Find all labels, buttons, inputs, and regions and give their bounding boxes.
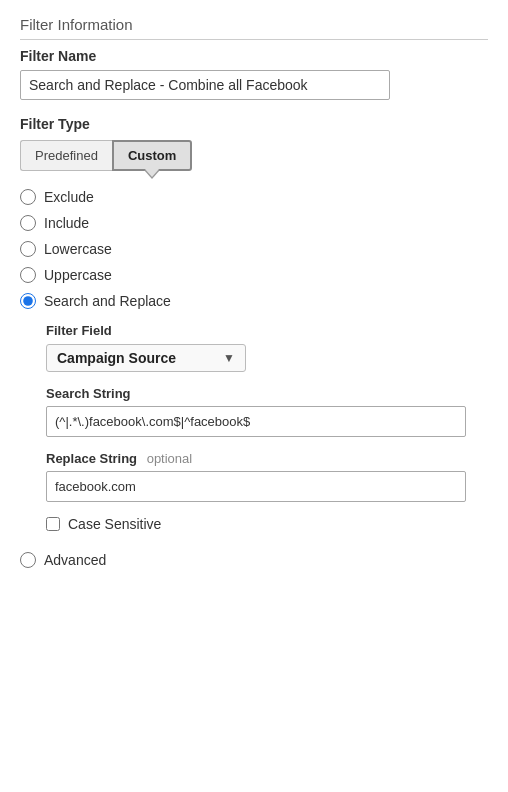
radio-advanced[interactable] <box>20 552 36 568</box>
section-title: Filter Information <box>20 16 488 40</box>
dropdown-arrow-icon: ▼ <box>223 351 235 365</box>
radio-lowercase[interactable] <box>20 241 36 257</box>
replace-string-label: Replace String optional <box>46 451 488 466</box>
radio-lowercase-label: Lowercase <box>44 241 112 257</box>
replace-string-group: Replace String optional <box>46 451 488 502</box>
radio-item-include[interactable]: Include <box>20 215 488 231</box>
replace-string-input[interactable] <box>46 471 466 502</box>
tab-custom[interactable]: Custom <box>112 140 192 171</box>
search-string-group: Search String <box>46 386 488 437</box>
tab-predefined[interactable]: Predefined <box>20 140 112 171</box>
filter-field-dropdown[interactable]: Campaign Source ▼ <box>46 344 246 372</box>
filter-type-radio-group: Exclude Include Lowercase Uppercase Sear… <box>20 189 488 309</box>
search-string-label: Search String <box>46 386 488 401</box>
radio-include-label: Include <box>44 215 89 231</box>
filter-field-group: Filter Field Campaign Source ▼ <box>46 323 488 372</box>
radio-item-uppercase[interactable]: Uppercase <box>20 267 488 283</box>
radio-exclude-label: Exclude <box>44 189 94 205</box>
radio-item-search-replace[interactable]: Search and Replace <box>20 293 488 309</box>
radio-advanced-label: Advanced <box>44 552 106 568</box>
filter-type-section: Filter Type Predefined Custom <box>20 116 488 171</box>
radio-uppercase[interactable] <box>20 267 36 283</box>
radio-include[interactable] <box>20 215 36 231</box>
filter-name-label: Filter Name <box>20 48 488 64</box>
radio-search-replace-label: Search and Replace <box>44 293 171 309</box>
filter-name-group: Filter Name <box>20 48 488 100</box>
filter-field-value: Campaign Source <box>57 350 176 366</box>
case-sensitive-row: Case Sensitive <box>46 516 488 532</box>
radio-item-lowercase[interactable]: Lowercase <box>20 241 488 257</box>
filter-type-tabs: Predefined Custom <box>20 140 488 171</box>
radio-uppercase-label: Uppercase <box>44 267 112 283</box>
advanced-radio-group: Advanced <box>20 552 488 568</box>
search-string-input[interactable] <box>46 406 466 437</box>
radio-item-advanced[interactable]: Advanced <box>20 552 488 568</box>
filter-type-label: Filter Type <box>20 116 488 132</box>
radio-exclude[interactable] <box>20 189 36 205</box>
tab-active-arrow <box>144 170 160 179</box>
case-sensitive-label: Case Sensitive <box>68 516 161 532</box>
optional-text: optional <box>147 451 193 466</box>
radio-search-replace[interactable] <box>20 293 36 309</box>
filter-field-label: Filter Field <box>46 323 488 338</box>
radio-item-exclude[interactable]: Exclude <box>20 189 488 205</box>
filter-name-input[interactable] <box>20 70 390 100</box>
case-sensitive-checkbox[interactable] <box>46 517 60 531</box>
search-replace-subsection: Filter Field Campaign Source ▼ Search St… <box>46 323 488 532</box>
